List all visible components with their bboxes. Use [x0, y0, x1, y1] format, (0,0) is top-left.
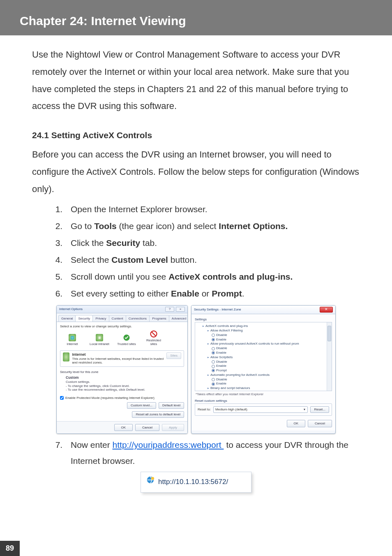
step-5: Scroll down until you see ActiveX contro…	[65, 269, 360, 285]
radio-prompt[interactable]: Prompt	[208, 368, 329, 373]
io-cancel-button[interactable]: Cancel	[135, 424, 159, 431]
radio-disable[interactable]: Disable	[208, 378, 329, 382]
radio-enable[interactable]: Enable	[208, 364, 329, 368]
step-6-bold-prompt: Prompt	[212, 289, 242, 298]
radio-disable[interactable]: Disable	[208, 333, 329, 338]
tab-security[interactable]: Security	[75, 315, 93, 322]
tree-prev-unused: Allow previously unused ActiveX controls…	[208, 342, 329, 346]
tab-connections[interactable]: Connections	[126, 315, 150, 322]
radio-admin[interactable]: Administrator approved	[208, 391, 329, 391]
io-select-zone-label: Select a zone to view or change security…	[60, 324, 184, 329]
ie-icon	[146, 475, 155, 489]
io-ok-button[interactable]: OK	[114, 424, 133, 431]
io-title-text: Internet Options	[59, 307, 83, 311]
reset-to-dropdown[interactable]: Medium-high (default) ▼	[213, 406, 308, 413]
tab-privacy[interactable]: Privacy	[92, 315, 109, 322]
ss-settings-label: Settings	[195, 317, 332, 322]
section-heading: 24.1 Setting ActiveX Controls	[32, 127, 360, 144]
address-bar-url: http://10.1.10.13:5672/	[158, 475, 228, 489]
io-internet-title: Internet	[72, 352, 85, 357]
globe-icon: 🌐	[69, 334, 76, 341]
ss-title-text: Security Settings - Internet Zone	[194, 308, 241, 312]
step-4: Select the Custom Level button.	[65, 252, 360, 268]
close-icon[interactable]: ×	[176, 307, 185, 312]
io-protected-label: Enable Protected Mode (requires restarti…	[65, 396, 154, 400]
step-5-text-a: Scroll down until you see	[71, 272, 168, 281]
intro-paragraph: Use the Nightowl View or Control Managem…	[32, 46, 360, 115]
zone-trusted-label: Trusted sites	[117, 342, 136, 346]
io-custom-desc3: - To use the recommended settings, click…	[66, 388, 145, 392]
radio-disable[interactable]: Disable	[208, 360, 329, 364]
io-custom-desc1: Custom settings.	[66, 380, 90, 384]
intranet-icon: 🖥	[96, 334, 103, 341]
io-security-level: Security level for this zone Custom Cust…	[60, 370, 184, 393]
io-internet-desc: This zone is for Internet websites, exce…	[72, 357, 164, 365]
custom-level-button[interactable]: Custom level...	[127, 402, 156, 409]
ss-reset-to-label: Reset to:	[198, 408, 211, 412]
ss-ok-button[interactable]: OK	[287, 420, 306, 427]
tab-content[interactable]: Content	[109, 315, 126, 322]
step-2-bold-internet-options: Internet Options.	[219, 221, 288, 231]
internet-options-window: Internet Options ? × General Security Pr…	[56, 305, 188, 434]
tree-auto-prompt: Automatic prompting for ActiveX controls	[208, 373, 329, 378]
io-sec-level-label: Security level for this zone	[60, 370, 184, 374]
tree-filter: Allow ActiveX Filtering	[208, 329, 329, 333]
checkmark-icon	[123, 334, 130, 341]
default-level-button[interactable]: Default level	[159, 402, 184, 409]
tab-advanced[interactable]: Advanced	[169, 315, 188, 322]
ss-settings-tree[interactable]: ActiveX controls and plug-ins Allow Acti…	[195, 322, 332, 391]
zone-restricted[interactable]: Restricted sites	[143, 330, 164, 346]
io-apply-button[interactable]: Apply	[162, 424, 184, 431]
step-4-bold-custom-level: Custom Level	[111, 255, 168, 264]
step-7-link[interactable]: http://youripaddress:webport	[113, 440, 224, 449]
ss-reset-box: Reset to: Medium-high (default) ▼ Reset.…	[195, 403, 332, 416]
step-2-bold-tools: Tools	[94, 221, 116, 231]
radio-enable[interactable]: Enable	[208, 351, 329, 355]
io-zones-row: 🌐 Internet 🖥 Local intranet Trusted site…	[60, 329, 184, 349]
io-tabs: General Security Privacy Content Connect…	[57, 313, 187, 322]
zone-trusted[interactable]: Trusted sites	[116, 334, 137, 346]
step-6-text-e: .	[242, 289, 244, 298]
step-5-bold-activex: ActiveX controls and plug-ins.	[168, 272, 293, 281]
radio-enable[interactable]: Enable	[208, 338, 329, 342]
globe-large-icon	[63, 352, 69, 361]
ss-titlebar: Security Settings - Internet Zone ✕	[191, 306, 335, 314]
reset-zones-button[interactable]: Reset all zones to default level	[132, 411, 184, 418]
step-2-text-a: Go to	[71, 221, 94, 231]
security-settings-window: Security Settings - Internet Zone ✕ Sett…	[191, 305, 336, 434]
ss-cancel-button[interactable]: Cancel	[308, 420, 332, 427]
chapter-banner: Chapter 24: Internet Viewing	[0, 0, 392, 35]
step-3: Click the Security tab.	[65, 235, 360, 251]
step-2-text-c: (the gear icon) and select	[117, 221, 219, 231]
io-titlebar: Internet Options ? ×	[57, 306, 187, 313]
io-protected-row: Enable Protected Mode (requires restarti…	[60, 396, 184, 400]
zone-restricted-label: Restricted sites	[143, 338, 164, 346]
steps-list: Open the Internet Explorer browser. Go t…	[32, 202, 360, 301]
step-3-text-c: tab.	[140, 238, 157, 248]
chevron-down-icon: ▼	[303, 408, 306, 411]
io-custom-desc2: - To change the settings, click Custom l…	[66, 384, 129, 388]
step-3-bold-security: Security	[106, 238, 140, 248]
protected-mode-checkbox[interactable]	[60, 396, 64, 400]
zone-local-label: Local intranet	[90, 342, 109, 346]
tree-root: ActiveX controls and plug-ins	[203, 324, 329, 329]
tab-programs[interactable]: Programs	[149, 315, 169, 322]
io-internet-box: Internet This zone is for Internet websi…	[60, 350, 184, 367]
tree-scrollbar[interactable]	[327, 322, 332, 391]
ss-restart-note: *Takes effect after you restart Internet…	[195, 391, 332, 398]
help-icon[interactable]: ?	[165, 307, 174, 312]
radio-disable[interactable]: Disable	[208, 346, 329, 351]
step-6: Set every setting to either Enable or Pr…	[65, 286, 360, 302]
sites-button[interactable]: Sites	[166, 352, 181, 359]
step-4-text-c: button.	[168, 255, 197, 264]
io-custom-label: Custom	[66, 375, 79, 380]
step-6-bold-enable: Enable	[171, 289, 199, 298]
step-6-text-a: Set every setting to either	[71, 289, 171, 298]
radio-enable[interactable]: Enable	[208, 382, 329, 386]
tab-general[interactable]: General	[58, 315, 76, 322]
reset-button[interactable]: Reset...	[310, 406, 329, 413]
zone-internet[interactable]: 🌐 Internet	[62, 334, 83, 346]
close-icon[interactable]: ✕	[320, 307, 333, 313]
zone-local-intranet[interactable]: 🖥 Local intranet	[89, 334, 110, 346]
step-7-text-a: Now enter	[71, 440, 113, 449]
